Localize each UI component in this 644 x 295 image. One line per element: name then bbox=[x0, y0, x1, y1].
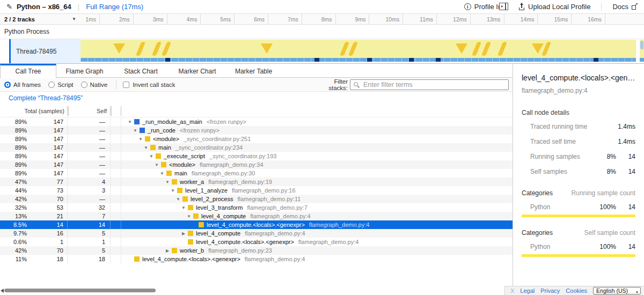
twisty-expanded-icon[interactable]: ▼ bbox=[175, 197, 181, 202]
footer-link-x[interactable]: X bbox=[510, 287, 514, 294]
horizontal-scrollbar-thumb[interactable] bbox=[4, 289, 156, 292]
row-self-samples: — bbox=[70, 117, 105, 126]
column-divider bbox=[110, 143, 111, 152]
row-total-samples: 16 bbox=[30, 229, 63, 238]
call-tree-row[interactable]: 8.5%1414level_4_compute.<locals>.<genexp… bbox=[0, 220, 513, 229]
call-tree-row[interactable]: 44%733▼level_1_analyzeflamegraph_demo.py… bbox=[0, 186, 513, 195]
call-tree-row[interactable]: 47%774▼worker_aflamegraph_demo.py:19 bbox=[0, 178, 513, 186]
upload-profile-button[interactable]: Upload Local Profile bbox=[518, 3, 590, 11]
thread-track-row[interactable]: Thread-78495 bbox=[0, 39, 644, 64]
column-divider bbox=[110, 255, 111, 263]
row-function-cell: ▼_execute_script_sync_coordinator.py:193 bbox=[148, 152, 276, 160]
call-tree-row[interactable]: 89%147—▼_run_code<frozen runpy> bbox=[0, 126, 513, 135]
categories-count-label: Running sample count bbox=[572, 189, 635, 197]
twisty-collapsed-icon[interactable]: ▶ bbox=[180, 231, 187, 236]
tab-stack-chart[interactable]: Stack Chart bbox=[113, 64, 169, 78]
call-tree-row[interactable]: 89%147—▼mainflamegraph_demo.py:30 bbox=[0, 169, 513, 178]
call-tree-row[interactable]: 11%1818level_4_compute.<locals>.<genexpr… bbox=[0, 255, 513, 263]
footer-link-cookies[interactable]: Cookies bbox=[566, 287, 587, 294]
column-divider bbox=[67, 178, 68, 186]
metric-percent: 8% bbox=[607, 153, 616, 160]
twisty-expanded-icon[interactable]: ▼ bbox=[186, 214, 192, 219]
call-tree-row[interactable]: 9.7%165▶level_4_computeflamegraph_demo.p… bbox=[0, 229, 513, 238]
row-function-cell: level_4_compute.<locals>.<genexpr>flameg… bbox=[127, 255, 305, 263]
call-tree-row[interactable]: 0.6%11level_4_compute.<locals>.<genexpr>… bbox=[0, 238, 513, 246]
docs-button[interactable]: Docs ↗ bbox=[612, 3, 638, 11]
twisty-expanded-icon[interactable]: ▼ bbox=[137, 137, 144, 142]
column-divider bbox=[110, 152, 111, 160]
call-tree-row[interactable]: 89%147—▼_execute_script_sync_coordinator… bbox=[0, 152, 513, 160]
row-self-samples: 14 bbox=[70, 220, 105, 229]
edit-pencil-icon[interactable]: ✎ bbox=[6, 3, 12, 11]
track-scrollbar-gutter[interactable] bbox=[640, 40, 644, 62]
category-square-icon bbox=[188, 239, 193, 245]
language-select-value: English (US) bbox=[596, 287, 628, 294]
twisty-expanded-icon[interactable]: ▼ bbox=[132, 128, 138, 133]
twisty-expanded-icon[interactable]: ▼ bbox=[127, 120, 133, 124]
row-function-cell: level_4_compute.<locals>.<genexpr>flameg… bbox=[180, 238, 358, 246]
radio-icon[interactable] bbox=[81, 82, 87, 88]
call-tree-row[interactable]: 89%147—▼<module>_sync_coordinator.py:251 bbox=[0, 135, 513, 143]
twisty-expanded-icon[interactable]: ▼ bbox=[159, 171, 165, 176]
call-tree-row[interactable]: 89%147—▼main_sync_coordinator.py:234 bbox=[0, 143, 513, 152]
sidebar-toggle-icon[interactable] bbox=[499, 3, 508, 10]
twisty-expanded-icon[interactable]: ▼ bbox=[180, 205, 187, 210]
function-name: level_3_transform bbox=[196, 204, 243, 211]
column-divider bbox=[121, 178, 121, 186]
row-total-percent: 11% bbox=[0, 255, 27, 263]
full-range-link[interactable]: Full Range (17ms) bbox=[86, 3, 143, 11]
column-divider bbox=[121, 117, 121, 126]
radio-script[interactable]: Script bbox=[48, 82, 73, 88]
footer-link-privacy[interactable]: Privacy bbox=[540, 287, 560, 294]
column-divider bbox=[67, 160, 68, 169]
language-select[interactable]: English (US)▼ bbox=[593, 287, 641, 294]
category-square-icon bbox=[193, 213, 199, 219]
firefox-profiler-app: ✎ Python – x86_64 | Full Range (17ms) i … bbox=[0, 0, 644, 295]
call-tree-row[interactable]: 13%217▼level_4_computeflamegraph_demo.py… bbox=[0, 212, 513, 220]
thread-activity-graph[interactable] bbox=[80, 40, 636, 62]
tab-call-tree[interactable]: Call Tree bbox=[0, 64, 56, 78]
call-tree-row[interactable]: 89%147—▼_run_module_as_main<frozen runpy… bbox=[0, 117, 513, 126]
twisty-expanded-icon[interactable]: ▼ bbox=[148, 154, 155, 159]
activity-triangle-mark bbox=[456, 43, 467, 54]
tab-flame-graph[interactable]: Flame Graph bbox=[56, 64, 113, 78]
app-header: ✎ Python – x86_64 | Full Range (17ms) i … bbox=[0, 0, 644, 14]
twisty-expanded-icon[interactable]: ▼ bbox=[170, 188, 176, 193]
scroll-left-arrow-icon[interactable] bbox=[1, 289, 4, 293]
tab-marker-chart[interactable]: Marker Chart bbox=[169, 64, 225, 78]
ruler-tick-label: 10ms bbox=[367, 16, 399, 23]
thread-track-label[interactable]: Thread-78495 bbox=[11, 39, 80, 63]
row-self-samples: 18 bbox=[70, 255, 105, 263]
process-track-row[interactable]: Python Process bbox=[0, 25, 644, 39]
call-tree-row[interactable]: 42%70—▼level_2_processflamegraph_demo.py… bbox=[0, 195, 513, 203]
column-divider bbox=[67, 203, 68, 212]
column-header-total[interactable]: Total (samples) bbox=[0, 108, 64, 114]
call-tree-row[interactable]: 32%5332▼level_3_transformflamegraph_demo… bbox=[0, 203, 513, 212]
column-header-self[interactable]: Self bbox=[68, 108, 107, 114]
filter-stacks-input[interactable] bbox=[350, 79, 509, 90]
column-divider bbox=[121, 169, 121, 178]
radio-all-frames[interactable]: All frames bbox=[4, 82, 41, 88]
breadcrumb-root-link[interactable]: Complete “Thread-78495” bbox=[9, 94, 83, 102]
call-tree-row[interactable]: 89%147—▼<module>flamegraph_demo.py:34 bbox=[0, 160, 513, 169]
twisty-collapsed-icon[interactable]: ▶ bbox=[164, 248, 171, 253]
twisty-expanded-icon[interactable]: ▼ bbox=[164, 180, 171, 185]
row-total-percent: 47% bbox=[0, 178, 27, 186]
vertical-scrollbar-thumb[interactable] bbox=[640, 41, 643, 49]
row-total-percent: 32% bbox=[0, 203, 27, 212]
twisty-expanded-icon[interactable]: ▼ bbox=[153, 163, 160, 167]
tab-marker-table[interactable]: Marker Table bbox=[225, 64, 282, 78]
footer-link-legal[interactable]: Legal bbox=[520, 287, 535, 294]
radio-label: Native bbox=[90, 82, 108, 88]
invert-call-stack-checkbox[interactable]: Invert call stack bbox=[123, 82, 175, 88]
radio-icon[interactable] bbox=[48, 82, 55, 88]
call-tree-row[interactable]: 42%705▶worker_bflamegraph_demo.py:23 bbox=[0, 246, 513, 255]
category-square-icon bbox=[188, 231, 193, 236]
checkbox-icon[interactable] bbox=[123, 82, 129, 88]
twisty-expanded-icon[interactable]: ▼ bbox=[143, 145, 149, 150]
horizontal-scrollbar[interactable] bbox=[0, 288, 513, 293]
radio-icon[interactable] bbox=[4, 82, 11, 88]
timeline-ruler[interactable]: 2 / 2 tracks ▼ 1ms2ms3ms4ms5ms6ms7ms8ms9… bbox=[0, 14, 644, 25]
sample-mark bbox=[409, 58, 414, 62]
radio-native[interactable]: Native bbox=[81, 82, 108, 88]
